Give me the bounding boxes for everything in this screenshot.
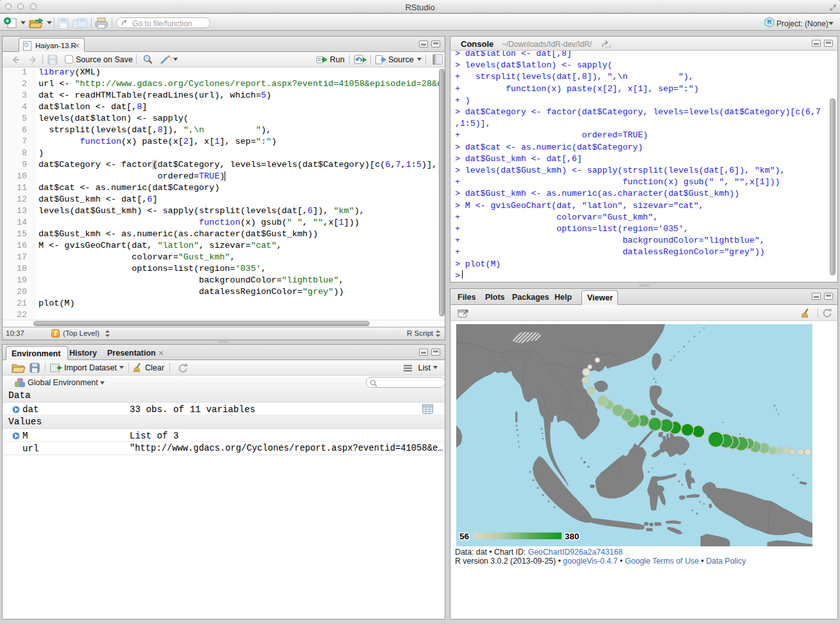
svg-text:R: R bbox=[767, 19, 772, 25]
svg-text:380: 380 bbox=[565, 532, 579, 541]
svg-text:R: R bbox=[24, 42, 28, 48]
svg-text:56: 56 bbox=[459, 532, 470, 541]
